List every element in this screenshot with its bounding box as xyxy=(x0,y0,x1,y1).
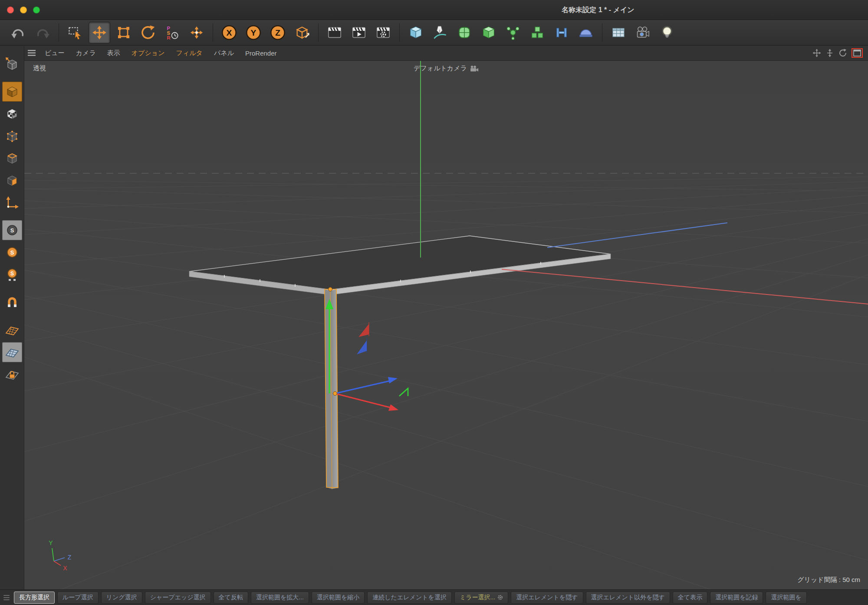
svg-text:S: S xyxy=(10,271,13,277)
menu-filter[interactable]: フィルタ xyxy=(171,49,208,57)
fullscreen-button[interactable] xyxy=(33,7,40,13)
cmd-select-connected[interactable]: 連続したエレメントを選択 xyxy=(367,592,452,604)
table-leg-selected[interactable] xyxy=(325,289,338,489)
scale-tool-button[interactable] xyxy=(113,22,134,43)
enable-axis-button[interactable] xyxy=(2,192,22,212)
active-view-highlight xyxy=(852,48,863,58)
coordinate-system-button[interactable] xyxy=(292,22,312,43)
cmd-label: リング選択 xyxy=(106,594,137,602)
move-tool-icon xyxy=(92,25,107,40)
window-title: 名称未設定 1 * - メイン xyxy=(562,0,634,20)
array-grid-button[interactable] xyxy=(608,22,629,43)
viewport-solo-hierarchy-icon: S xyxy=(4,267,20,282)
move-tool-button[interactable] xyxy=(89,22,110,43)
menu-panel[interactable]: パネル xyxy=(208,49,240,57)
cmd-grow-selection[interactable]: 選択範囲を拡大... xyxy=(251,592,309,604)
psr-icon: P S R xyxy=(165,25,180,40)
cmd-hide-selected[interactable]: 選択エレメントを隠す xyxy=(511,592,583,604)
rotate-view-button[interactable] xyxy=(838,49,847,57)
clones-button[interactable] xyxy=(527,22,548,43)
cmd-hide-unselected[interactable]: 選択エレメント以外を隠す xyxy=(586,592,670,604)
edges-mode-button[interactable] xyxy=(2,148,22,168)
cmd-invert-all[interactable]: 全て反転 xyxy=(214,592,248,604)
menu-prorender[interactable]: ProRender xyxy=(240,50,283,57)
toggle-layout-button[interactable] xyxy=(853,50,861,56)
points-mode-button[interactable] xyxy=(2,126,22,146)
cmd-ring-select[interactable]: リング選択 xyxy=(101,592,142,604)
render-picture-viewer-button[interactable] xyxy=(349,22,369,43)
environment-button[interactable] xyxy=(575,22,596,43)
menu-display[interactable]: 表示 xyxy=(102,49,126,57)
render-settings-icon xyxy=(376,25,391,40)
cmd-show-all[interactable]: 全て表示 xyxy=(673,592,707,604)
camera-label[interactable]: デフォルトカメラ xyxy=(414,64,479,73)
cmd-mirror-select[interactable]: ミラー選択... xyxy=(454,592,508,604)
make-editable-icon xyxy=(4,56,20,72)
polygons-mode-button[interactable] xyxy=(2,170,22,190)
lock-z-axis-button[interactable]: Z xyxy=(267,22,288,43)
lock-x-axis-button[interactable]: X xyxy=(219,22,240,43)
view-name-label[interactable]: 透視 xyxy=(33,64,46,73)
render-view-button[interactable] xyxy=(324,22,345,43)
undo-button[interactable] xyxy=(8,22,29,43)
gizmo-origin-point[interactable] xyxy=(333,392,337,396)
cmd-rectangle-select[interactable]: 長方形選択 xyxy=(14,592,55,604)
viewport-solo-single-icon: S xyxy=(4,245,20,260)
psr-button[interactable]: P S R xyxy=(162,22,183,43)
enable-axis-icon xyxy=(4,195,20,210)
render-settings-button[interactable] xyxy=(373,22,394,43)
svg-text:S: S xyxy=(10,227,14,234)
live-selection-button[interactable] xyxy=(65,22,85,43)
texture-mode-button[interactable] xyxy=(2,104,22,124)
workplane-button[interactable] xyxy=(2,320,22,340)
titlebar: 名称未設定 1 * - メイン xyxy=(0,0,868,20)
menu-view[interactable]: ビュー xyxy=(39,49,70,57)
viewport-solo-hierarchy-button[interactable]: S xyxy=(2,264,22,284)
redo-button[interactable] xyxy=(32,22,53,43)
free-move-button[interactable] xyxy=(186,22,207,43)
light-button[interactable] xyxy=(657,22,677,43)
minimize-button[interactable] xyxy=(20,7,27,13)
cmd-label: 全て反転 xyxy=(219,594,243,602)
cmd-record-selection[interactable]: 選択範囲を記録 xyxy=(710,592,763,604)
cmd-loop-select[interactable]: ループ選択 xyxy=(57,592,99,604)
close-button[interactable] xyxy=(7,7,14,13)
viewport-solo-single-button[interactable]: S xyxy=(2,242,22,262)
simulation-button[interactable] xyxy=(503,22,523,43)
snap-button[interactable] xyxy=(2,292,22,312)
model-mode-button[interactable] xyxy=(2,82,22,102)
camera-button[interactable] xyxy=(632,22,653,43)
mode-sidebar: S S S xyxy=(0,46,24,589)
menu-options[interactable]: オプション xyxy=(126,49,171,57)
viewport-menubar: ビュー カメラ 表示 オプション フィルタ パネル ProRender xyxy=(24,46,868,61)
generators-button[interactable] xyxy=(478,22,499,43)
rotate-tool-button[interactable] xyxy=(138,22,158,43)
viewport-solo-off-icon: S xyxy=(4,222,20,238)
viewport-3d[interactable]: Y Z X 透視 デフォルトカメラ グリッド間隔 : 50 cm xyxy=(24,61,868,589)
traffic-lights xyxy=(7,7,40,13)
toolbar-separator xyxy=(399,23,400,42)
pen-spline-button[interactable] xyxy=(430,22,450,43)
viewport-solo-off-button[interactable]: S xyxy=(2,220,22,240)
workplane-mode-button[interactable] xyxy=(2,342,22,362)
menu-camera[interactable]: カメラ xyxy=(70,49,102,57)
make-editable-button[interactable] xyxy=(2,54,22,74)
selected-point[interactable] xyxy=(329,288,332,291)
viewport-menu-button[interactable] xyxy=(24,50,39,56)
cmd-label: シャープエッジ選択 xyxy=(150,594,206,602)
dolly-view-button[interactable] xyxy=(825,49,834,57)
deformers-button[interactable] xyxy=(551,22,572,43)
movie-camera-icon xyxy=(470,66,479,72)
cmd-restore-selection[interactable]: 選択範囲を xyxy=(766,592,806,604)
subdivision-surface-button[interactable] xyxy=(454,22,475,43)
cmd-label: ループ選択 xyxy=(62,594,93,602)
cmd-sharp-edge-select[interactable]: シャープエッジ選択 xyxy=(145,592,211,604)
cmd-label: 選択範囲を拡大... xyxy=(256,594,304,602)
lock-workplane-button[interactable] xyxy=(2,364,22,384)
svg-text:Z: Z xyxy=(68,554,72,561)
cmd-shrink-selection[interactable]: 選択範囲を縮小 xyxy=(312,592,365,604)
pan-view-button[interactable] xyxy=(812,49,821,57)
command-bar-handle[interactable] xyxy=(3,595,10,600)
add-cube-button[interactable] xyxy=(405,22,426,43)
lock-y-axis-button[interactable]: Y xyxy=(243,22,264,43)
